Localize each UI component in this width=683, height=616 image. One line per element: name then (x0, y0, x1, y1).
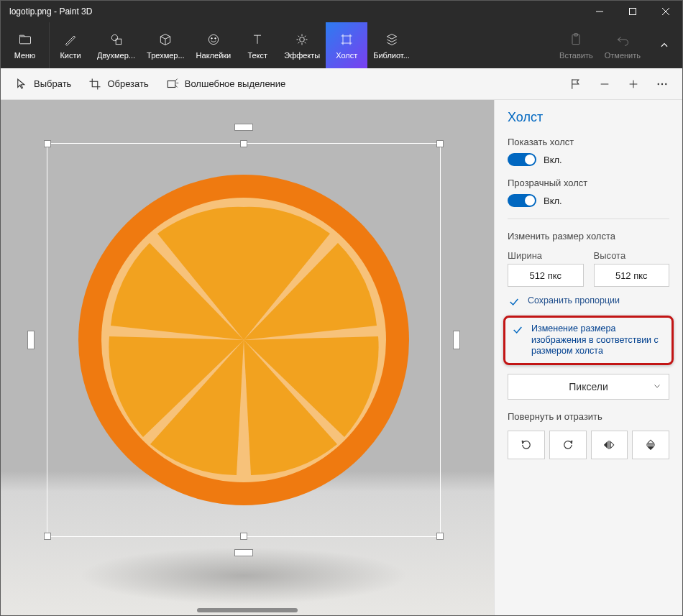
svg-rect-11 (343, 36, 350, 43)
side-panel: Холст Показать холст Вкл. Прозрачный хол… (494, 100, 682, 615)
brushes-button[interactable]: Кисти (50, 22, 91, 68)
crop-icon (88, 78, 101, 91)
resize-handle-nw[interactable] (44, 140, 51, 147)
edge-handle-e[interactable] (453, 331, 460, 349)
horizontal-scrollbar[interactable] (197, 608, 298, 612)
svg-rect-14 (168, 81, 175, 87)
svg-rect-1 (630, 9, 636, 15)
brushes-label: Кисти (60, 51, 81, 60)
shapes2d-button[interactable]: Двухмер... (91, 22, 141, 68)
text-label: Текст (247, 51, 267, 60)
show-canvas-toggle[interactable] (508, 153, 536, 166)
resize-handle-sw[interactable] (44, 533, 51, 540)
lock-aspect-label: Сохранить пропорции (528, 295, 620, 307)
crop-tool-button[interactable]: Обрезать (80, 68, 157, 100)
panel-title: Холст (508, 110, 669, 125)
zoom-out-button[interactable] (590, 68, 619, 100)
zoom-in-button[interactable] (619, 68, 648, 100)
edge-handle-s[interactable] (234, 549, 253, 556)
cursor-icon (15, 78, 28, 91)
crop-label: Обрезать (107, 78, 148, 89)
height-input[interactable]: 512 пкс (594, 264, 670, 287)
shapes2d-icon (109, 31, 124, 48)
paste-icon (569, 31, 583, 48)
text-button[interactable]: Текст (237, 22, 278, 68)
show-canvas-state: Вкл. (544, 155, 562, 165)
plus-icon (628, 78, 639, 90)
window-title: logotip.png - Paint 3D (1, 6, 583, 17)
rotate-flip-title: Повернуть и отразить (508, 411, 669, 422)
resize-handle-se[interactable] (436, 533, 444, 540)
check-icon (508, 295, 521, 308)
check-icon (511, 323, 524, 336)
ribbon-toolbar: Меню Кисти Двухмер... Трехмер... Наклейк… (1, 22, 682, 68)
lock-aspect-checkbox[interactable]: Сохранить пропорции (508, 295, 669, 308)
library-button[interactable]: Библиот... (367, 22, 416, 68)
edge-handle-w[interactable] (27, 331, 35, 349)
units-value: Пиксели (569, 381, 608, 392)
transparent-canvas-state: Вкл. (544, 196, 562, 206)
shapes3d-label: Трехмер... (147, 51, 185, 60)
select-tool-button[interactable]: Выбрать (6, 68, 80, 100)
shapes2d-label: Двухмер... (97, 51, 135, 60)
svg-point-9 (215, 38, 216, 40)
resize-handle-s[interactable] (240, 533, 247, 540)
view3d-button[interactable] (561, 68, 590, 100)
resize-image-checkbox[interactable]: Изменение размера изображения в соответс… (511, 323, 666, 357)
more-icon (656, 78, 669, 91)
canvas-label: Холст (336, 51, 357, 60)
more-button[interactable] (648, 68, 677, 100)
units-dropdown[interactable]: Пиксели (508, 374, 669, 400)
paste-button[interactable]: Вставить (554, 22, 599, 68)
shapes3d-button[interactable]: Трехмер... (141, 22, 191, 68)
undo-button[interactable]: Отменить (599, 22, 646, 68)
resize-handle-n[interactable] (240, 140, 247, 147)
library-icon (385, 31, 399, 48)
magic-select-icon (166, 78, 179, 91)
show-canvas-label: Показать холст (508, 137, 669, 147)
minimize-button[interactable] (583, 1, 616, 22)
width-label: Ширина (508, 250, 584, 261)
width-input[interactable]: 512 пкс (508, 264, 584, 287)
stickers-icon (206, 31, 221, 48)
effects-button[interactable]: Эффекты (278, 22, 326, 68)
stickers-button[interactable]: Наклейки (191, 22, 237, 68)
undo-icon (615, 31, 630, 48)
ribbon-collapse-button[interactable] (646, 22, 682, 68)
flip-vertical-button[interactable] (632, 431, 669, 459)
svg-point-5 (111, 35, 117, 40)
minus-icon (599, 78, 610, 90)
resize-handle-ne[interactable] (436, 140, 444, 147)
canvas-icon (339, 31, 354, 48)
body-area: Холст Показать холст Вкл. Прозрачный хол… (1, 100, 682, 615)
canvas-selection[interactable] (47, 143, 441, 537)
select-label: Выбрать (34, 78, 71, 89)
menu-button[interactable]: Меню (1, 22, 50, 68)
svg-rect-4 (19, 37, 30, 44)
rotate-ccw-icon (520, 438, 533, 451)
canvas-viewport[interactable] (1, 100, 494, 615)
rotate-cw-button[interactable] (549, 431, 587, 459)
brush-icon (63, 31, 78, 48)
rotate-ccw-button[interactable] (508, 431, 545, 459)
flip-horizontal-button[interactable] (591, 431, 628, 459)
canvas-button[interactable]: Холст (326, 22, 367, 68)
menu-label: Меню (14, 51, 36, 60)
edge-handle-n[interactable] (234, 124, 253, 131)
close-button[interactable] (649, 1, 682, 22)
transparent-canvas-toggle[interactable] (508, 194, 536, 207)
svg-point-19 (661, 83, 663, 84)
library-label: Библиот... (373, 51, 410, 60)
transparent-canvas-label: Прозрачный холст (508, 178, 669, 188)
magic-select-button[interactable]: Волшебное выделение (157, 68, 295, 100)
flag-icon (569, 78, 582, 91)
chevron-down-icon (653, 381, 661, 392)
highlight-annotation: Изменение размера изображения в соответс… (503, 316, 674, 365)
height-label: Высота (594, 250, 670, 261)
canvas-image (71, 167, 416, 512)
maximize-button[interactable] (616, 1, 649, 22)
divider (508, 219, 669, 219)
magic-label: Волшебное выделение (185, 78, 286, 89)
rotate-cw-icon (561, 438, 574, 451)
app-window: logotip.png - Paint 3D Меню Кисти Двухме… (0, 0, 683, 616)
